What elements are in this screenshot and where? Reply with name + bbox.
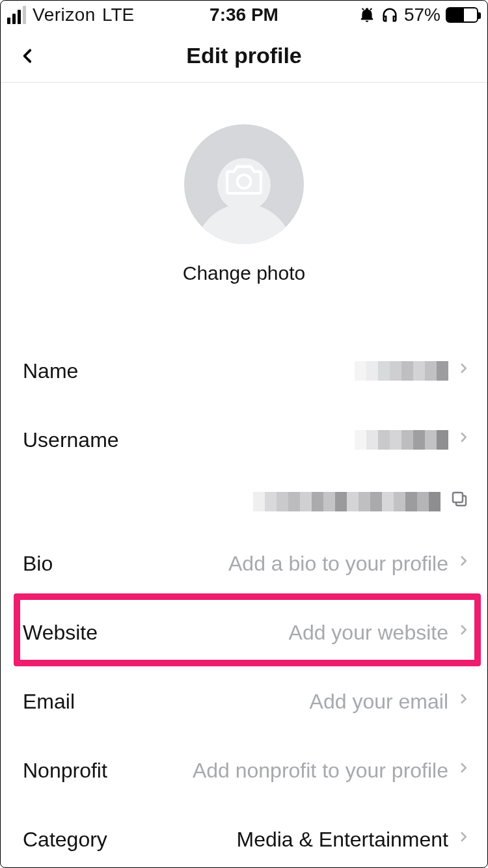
chevron-right-icon (457, 359, 469, 383)
change-photo-button[interactable]: Change photo (183, 262, 306, 284)
redacted-username (355, 430, 448, 450)
nav-header: Edit profile (1, 29, 487, 83)
row-username[interactable]: Username (1, 405, 487, 474)
status-bar: Verizon LTE 7:36 PM 57% (1, 1, 487, 29)
label-category: Category (23, 828, 107, 852)
svg-point-0 (237, 175, 251, 189)
row-website[interactable]: Website Add your website (1, 598, 487, 667)
chevron-right-icon (457, 427, 469, 452)
battery-percent: 57% (404, 5, 441, 25)
label-website: Website (23, 621, 98, 645)
headphones-icon (381, 6, 399, 24)
alarm-icon (359, 7, 375, 23)
placeholder-bio: Add a bio to your profile (228, 552, 448, 576)
chevron-left-icon (20, 43, 36, 69)
carrier-label: Verizon (33, 5, 96, 25)
svg-rect-2 (453, 493, 463, 502)
chevron-right-icon (457, 827, 469, 852)
signal-icon (7, 6, 26, 24)
page-title: Edit profile (186, 43, 302, 68)
placeholder-website: Add your website (289, 621, 448, 645)
placeholder-nonprofit: Add nonprofit to your profile (193, 759, 448, 783)
clock: 7:36 PM (210, 5, 278, 25)
placeholder-email: Add your email (310, 690, 448, 714)
back-button[interactable] (14, 42, 42, 70)
row-category[interactable]: Category Media & Entertainment (1, 805, 487, 868)
redacted-name (355, 361, 448, 381)
chevron-right-icon (457, 620, 469, 645)
profile-fields: Name Username (1, 336, 487, 868)
avatar-section: Change photo (1, 83, 487, 284)
label-email: Email (23, 690, 75, 714)
label-nonprofit: Nonprofit (23, 759, 107, 783)
camera-icon (224, 163, 264, 200)
row-profile-link[interactable] (1, 474, 487, 529)
value-profile-link (253, 492, 441, 511)
label-bio: Bio (23, 552, 53, 576)
copy-icon (450, 489, 469, 509)
value-username (355, 430, 448, 450)
network-label: LTE (102, 5, 134, 25)
row-name[interactable]: Name (1, 336, 487, 405)
chevron-right-icon (457, 689, 469, 714)
row-email[interactable]: Email Add your email (1, 667, 487, 736)
row-bio[interactable]: Bio Add a bio to your profile (1, 529, 487, 598)
label-name: Name (23, 359, 78, 383)
row-nonprofit[interactable]: Nonprofit Add nonprofit to your profile (1, 736, 487, 805)
avatar[interactable] (184, 124, 304, 244)
chevron-right-icon (457, 758, 469, 783)
battery-icon (446, 7, 478, 23)
redacted-link (253, 492, 441, 511)
status-left: Verizon LTE (7, 5, 134, 25)
value-name (355, 361, 448, 381)
value-category: Media & Entertainment (237, 828, 449, 852)
label-username: Username (23, 428, 119, 452)
status-right: 57% (359, 5, 478, 25)
copy-link-button[interactable] (450, 489, 469, 514)
chevron-right-icon (457, 551, 469, 576)
